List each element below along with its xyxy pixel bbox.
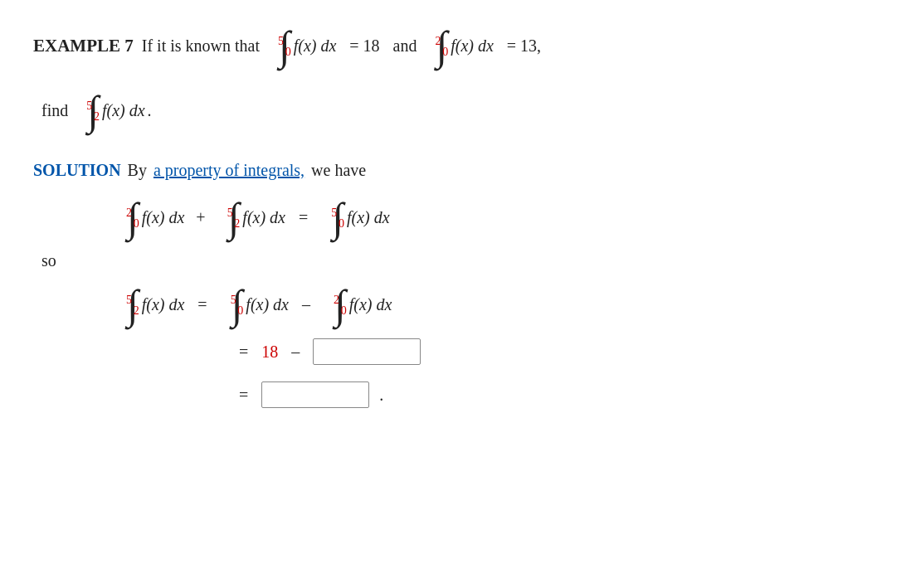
step3-minus: – xyxy=(291,343,300,362)
plus-sign: + xyxy=(196,208,205,227)
integral2-lower: 0 xyxy=(442,46,448,59)
eq3-lower: 0 xyxy=(339,217,344,231)
step4-equals: = xyxy=(239,386,248,405)
step2-upper2: 5 xyxy=(231,294,236,307)
solution-rest: we have xyxy=(311,161,366,180)
example-header: EXAMPLE 7 If it is known that 5 ∫ 0 f(x)… xyxy=(33,25,883,66)
integral1-integrand: f(x) dx xyxy=(294,36,337,56)
step2-integrand-1: f(x) dx xyxy=(142,295,185,314)
step2-upper3: 2 xyxy=(334,294,339,307)
step-row-1: 5 ∫ 2 f(x) dx = 5 ∫ 0 f(x) dx – 2 xyxy=(116,284,883,325)
integral-1: 5 ∫ 0 f(x) dx xyxy=(268,25,336,66)
step2-lower1: 2 xyxy=(134,304,139,318)
solution-label: SOLUTION xyxy=(33,161,121,180)
step-block: 5 ∫ 2 f(x) dx = 5 ∫ 0 f(x) dx – 2 xyxy=(116,284,883,408)
so-label: so xyxy=(41,251,883,270)
example-label: EXAMPLE 7 xyxy=(33,36,134,56)
answer-box-2[interactable] xyxy=(261,381,369,408)
step2-integrand-3: f(x) dx xyxy=(349,295,392,314)
final-period: . xyxy=(379,386,383,405)
solution-header: SOLUTION By a property of integrals, we … xyxy=(33,161,883,180)
eq-integral-2: 5 ∫ 2 f(x) dx xyxy=(217,197,285,238)
find-integral: 5 ∫ 2 f(x) dx . xyxy=(76,90,151,131)
integral-2: 2 ∫ 0 f(x) dx xyxy=(425,25,493,66)
find-text: find xyxy=(41,101,68,120)
find-upper: 5 xyxy=(86,100,92,113)
solution-by-text: By xyxy=(128,161,147,180)
step2-lower3: 0 xyxy=(341,304,347,318)
eq2-lower: 2 xyxy=(234,217,240,231)
eq1-integrand: f(x) dx xyxy=(142,208,185,227)
integral2-integrand: f(x) dx xyxy=(451,36,494,56)
eq2-integrand: f(x) dx xyxy=(242,208,285,227)
step-row-3: = . xyxy=(239,381,883,408)
find-lower: 2 xyxy=(94,110,100,124)
step2-upper1: 5 xyxy=(126,294,132,307)
step2-integral-1: 5 ∫ 2 f(x) dx xyxy=(116,284,184,325)
eq-integral-1: 2 ∫ 0 f(x) dx xyxy=(116,197,184,238)
step2-integrand-2: f(x) dx xyxy=(246,295,289,314)
find-integrand: f(x) dx xyxy=(102,101,145,120)
eq3-integrand: f(x) dx xyxy=(347,208,390,227)
and-text: and xyxy=(393,36,417,56)
eq2-upper: 5 xyxy=(227,207,233,220)
eq1-lower: 0 xyxy=(134,217,139,231)
integral1-lower: 0 xyxy=(285,46,291,59)
eq-integral-3: 5 ∫ 0 f(x) dx xyxy=(321,197,389,238)
answer-box-1[interactable] xyxy=(313,338,421,365)
equation-line-1: 2 ∫ 0 f(x) dx + 5 ∫ 2 f(x) dx = 5 ∫ 0 f(… xyxy=(116,197,883,238)
step2-integral-3: 2 ∫ 0 f(x) dx xyxy=(324,284,392,325)
step2-minus: – xyxy=(302,295,310,314)
integral2-upper: 2 xyxy=(435,35,441,48)
step-row-2: = 18 – xyxy=(239,338,883,365)
step2-equals: = xyxy=(197,295,207,314)
step2-lower2: 0 xyxy=(237,304,243,318)
eq-equals-1: = xyxy=(299,208,308,227)
so-text: so xyxy=(41,251,56,270)
intro-text: If it is known that xyxy=(142,36,260,56)
property-link: a property of integrals, xyxy=(153,161,305,180)
equals-13: = 13, xyxy=(507,36,541,56)
integral1-upper: 5 xyxy=(278,35,284,48)
step2-integral-2: 5 ∫ 0 f(x) dx xyxy=(221,284,289,325)
eq1-upper: 2 xyxy=(126,207,132,220)
equals-18: = 18 xyxy=(349,36,379,56)
answer-box-2-wrap xyxy=(261,381,369,408)
find-line: find 5 ∫ 2 f(x) dx . xyxy=(41,90,883,131)
find-period: . xyxy=(148,101,152,120)
step3-value: 18 xyxy=(261,343,278,362)
step3-equals: = xyxy=(239,343,248,362)
eq3-upper: 5 xyxy=(331,207,337,220)
